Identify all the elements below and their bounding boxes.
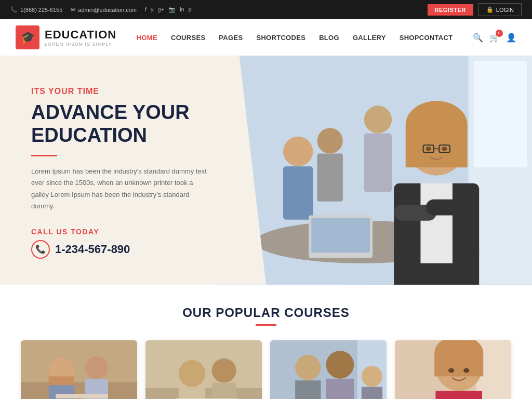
course-image-2 — [145, 340, 262, 399]
register-button[interactable]: REGISTER — [428, 4, 473, 16]
topbar-left: 📞 1(868) 225-6155 ✉ admin@education.com … — [10, 6, 192, 13]
hero-phone[interactable]: 📞 1-234-567-890 — [31, 240, 240, 259]
svg-rect-53 — [435, 391, 482, 399]
instagram-icon[interactable]: 📷 — [168, 6, 176, 13]
social-icons: f y g+ 📷 in p — [145, 6, 192, 13]
hero-title: ADVANCE YOUR EDUCATION — [31, 101, 240, 147]
svg-point-30 — [85, 356, 108, 379]
svg-point-44 — [295, 355, 321, 380]
phone-circle-icon: 📞 — [31, 240, 50, 259]
svg-point-4 — [283, 137, 313, 166]
svg-rect-11 — [311, 218, 370, 253]
logo-icon: 🎓 — [16, 25, 39, 49]
course-card-3[interactable]: LOREM IPSUM LOREM IPSUM IS SIMPLY DUMMY … — [270, 340, 387, 399]
svg-rect-22 — [420, 183, 453, 263]
nav-links: HOME COURSES PAGES SHORTCODES BLOG GALLE… — [131, 31, 458, 45]
svg-rect-2 — [474, 61, 527, 167]
course-image-4 — [395, 340, 511, 399]
svg-rect-29 — [49, 376, 74, 385]
svg-point-57 — [463, 368, 469, 373]
course-image-1 — [21, 340, 137, 399]
svg-rect-24 — [425, 200, 468, 216]
nav-icons: 🔍 🛒 0 👤 — [473, 33, 516, 43]
logo-sub: LOREM IPSUM IS SIMPLY — [45, 42, 116, 47]
hero-divider — [31, 155, 57, 156]
email-icon: ✉ — [71, 6, 75, 13]
section-divider — [256, 324, 276, 326]
nav-shortcodes[interactable]: SHORTCODES — [251, 31, 311, 45]
hero-section: ITS YOUR TIME ADVANCE YOUR EDUCATION Lor… — [0, 56, 532, 285]
facebook-icon[interactable]: f — [145, 6, 147, 13]
nav-pages[interactable]: PAGES — [214, 31, 248, 45]
svg-rect-32 — [56, 394, 108, 398]
svg-rect-45 — [295, 380, 321, 399]
phone-link[interactable]: 📞 1(868) 225-6155 — [10, 6, 62, 13]
svg-point-8 — [364, 105, 391, 133]
pinterest-icon[interactable]: p — [189, 6, 192, 13]
svg-point-16 — [442, 147, 447, 151]
email-link[interactable]: ✉ admin@education.com — [71, 6, 137, 13]
svg-point-38 — [212, 358, 236, 382]
svg-point-46 — [326, 351, 354, 379]
svg-rect-7 — [317, 154, 342, 202]
logo[interactable]: 🎓 EDUCATION LOREM IPSUM IS SIMPLY — [16, 25, 116, 49]
svg-rect-5 — [283, 166, 313, 220]
hero-tag: ITS YOUR TIME — [31, 87, 240, 96]
svg-point-56 — [448, 368, 454, 373]
svg-point-15 — [425, 147, 431, 151]
svg-point-36 — [179, 360, 206, 387]
svg-rect-55 — [434, 353, 483, 376]
nav-blog[interactable]: BLOG — [314, 31, 344, 45]
svg-rect-47 — [326, 379, 354, 399]
linkedin-icon[interactable]: in — [180, 6, 184, 13]
hero-cta-label: CALL US TODAY — [31, 228, 240, 236]
section-title: OUR POPULAR COURSES — [16, 305, 516, 320]
course-card-4[interactable]: LOREM IPSUM LOREM IPSUM IS SIMPLY DUMMY … — [395, 340, 511, 399]
search-button[interactable]: 🔍 — [473, 33, 483, 43]
logo-title: EDUCATION — [45, 28, 116, 42]
google-plus-icon[interactable]: g+ — [158, 6, 165, 13]
nav-shopcontact[interactable]: SHOPCONTACT — [394, 31, 458, 45]
lock-icon: 🔒 — [486, 6, 494, 13]
svg-rect-39 — [212, 382, 236, 399]
course-image-3 — [270, 340, 387, 399]
hero-left: ITS YOUR TIME ADVANCE YOUR EDUCATION Lor… — [0, 56, 266, 285]
hero-body: Lorem Ipsum has been the industry's stan… — [31, 166, 208, 211]
nav-courses[interactable]: COURSES — [166, 31, 210, 45]
svg-rect-9 — [364, 134, 391, 192]
navbar: 🎓 EDUCATION LOREM IPSUM IS SIMPLY HOME C… — [0, 19, 532, 56]
cart-button[interactable]: 🛒 0 — [489, 33, 500, 43]
login-button[interactable]: 🔒 LOGIN — [478, 3, 522, 16]
courses-section: OUR POPULAR COURSES LOREM IPSUM LOREM IP… — [0, 285, 532, 399]
course-card-1[interactable]: LOREM IPSUM LOREM IPSUM IS SIMPLY DUMMY … — [21, 340, 137, 399]
course-card-2[interactable]: LOREM IPSUM LOREM IPSUM IS SIMPLY DUMMY … — [145, 340, 262, 399]
logo-text: EDUCATION LOREM IPSUM IS SIMPLY — [45, 28, 116, 47]
user-button[interactable]: 👤 — [506, 33, 516, 43]
nav-gallery[interactable]: GALLERY — [348, 31, 391, 45]
svg-rect-14 — [405, 125, 467, 167]
svg-point-6 — [317, 128, 342, 153]
cart-badge: 0 — [496, 30, 503, 37]
topbar-right: REGISTER 🔒 LOGIN — [428, 3, 522, 16]
svg-point-48 — [362, 366, 382, 387]
top-bar: 📞 1(868) 225-6155 ✉ admin@education.com … — [0, 0, 532, 19]
nav-home[interactable]: HOME — [131, 31, 163, 45]
section-header: OUR POPULAR COURSES — [16, 305, 516, 326]
twitter-icon[interactable]: y — [151, 6, 154, 13]
phone-icon: 📞 — [10, 6, 18, 13]
courses-grid: LOREM IPSUM LOREM IPSUM IS SIMPLY DUMMY … — [16, 340, 516, 399]
svg-rect-49 — [362, 387, 382, 399]
svg-rect-37 — [179, 387, 206, 399]
